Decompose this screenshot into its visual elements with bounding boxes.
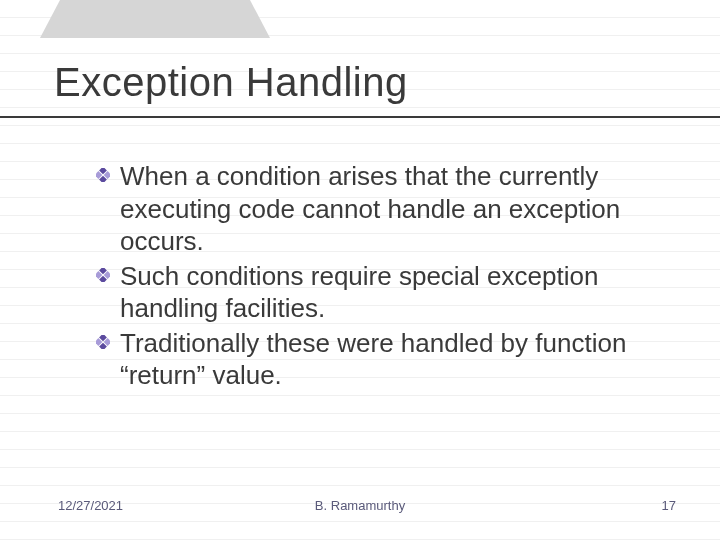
footer-page-number: 17 (662, 498, 676, 513)
footer-author: B. Ramamurthy (0, 498, 720, 513)
bullet-text: When a condition arises that the current… (120, 161, 620, 256)
bullet-text: Traditionally these were handled by func… (120, 328, 626, 391)
diamond-grid-icon (96, 168, 110, 182)
diamond-grid-icon (96, 268, 110, 282)
bullet-item: When a condition arises that the current… (96, 160, 660, 258)
slide-body: When a condition arises that the current… (96, 160, 660, 394)
bullet-item: Such conditions require special exceptio… (96, 260, 660, 325)
bullet-item: Traditionally these were handled by func… (96, 327, 660, 392)
slide: Exception Handling When a condition aris… (0, 0, 720, 540)
slide-footer: 12/27/2021 B. Ramamurthy 17 (0, 498, 720, 518)
slide-title: Exception Handling (54, 60, 408, 105)
title-underline (0, 116, 720, 118)
diamond-grid-icon (96, 335, 110, 349)
bullet-text: Such conditions require special exceptio… (120, 261, 598, 324)
